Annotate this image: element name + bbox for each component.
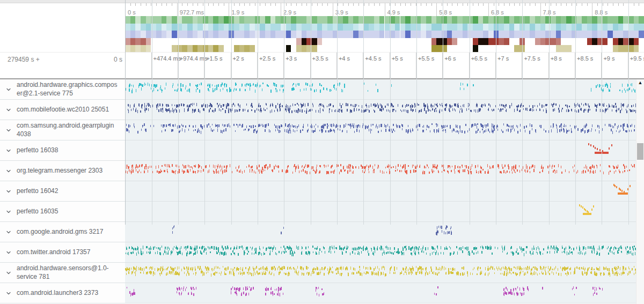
slice-mark[interactable] xyxy=(170,166,170,168)
slice-mark[interactable] xyxy=(239,287,240,290)
slice-mark[interactable] xyxy=(460,273,461,276)
slice-mark[interactable] xyxy=(212,84,213,87)
track-timeline[interactable] xyxy=(125,161,636,181)
slice-mark[interactable] xyxy=(500,104,500,106)
slice-mark[interactable] xyxy=(161,109,162,112)
slice-mark[interactable] xyxy=(334,110,335,112)
slice-mark[interactable] xyxy=(459,248,459,251)
slice-mark[interactable] xyxy=(452,166,452,167)
slice-mark[interactable] xyxy=(629,268,630,270)
slice-mark[interactable] xyxy=(196,246,197,249)
slice-mark[interactable] xyxy=(159,103,160,106)
slice-mark[interactable] xyxy=(609,147,610,150)
slice-mark[interactable] xyxy=(184,166,185,168)
slice-mark[interactable] xyxy=(348,166,349,168)
slice-mark[interactable] xyxy=(613,247,614,250)
slice-mark[interactable] xyxy=(211,273,211,277)
slice-mark[interactable] xyxy=(448,166,448,168)
slice-mark[interactable] xyxy=(346,268,346,270)
slice-mark[interactable] xyxy=(192,167,193,170)
slice-mark[interactable] xyxy=(526,125,527,128)
slice-mark[interactable] xyxy=(555,247,555,250)
slice-mark[interactable] xyxy=(364,272,364,273)
slice-mark[interactable] xyxy=(251,125,252,128)
slice-mark[interactable] xyxy=(136,169,136,172)
slice-mark[interactable] xyxy=(221,105,222,108)
slice-mark[interactable] xyxy=(266,248,267,251)
slice-mark[interactable] xyxy=(618,272,618,275)
slice-mark[interactable] xyxy=(502,164,502,167)
slice-mark[interactable] xyxy=(300,89,301,92)
slice-mark[interactable] xyxy=(195,269,196,271)
slice-mark[interactable] xyxy=(401,110,402,112)
slice-mark[interactable] xyxy=(562,251,562,253)
slice-mark[interactable] xyxy=(523,248,524,251)
slice-mark[interactable] xyxy=(390,271,390,274)
slice-mark[interactable] xyxy=(286,169,287,173)
slice-mark[interactable] xyxy=(507,288,508,291)
slice-mark[interactable] xyxy=(609,90,610,92)
slice-mark[interactable] xyxy=(633,253,633,256)
slice-mark[interactable] xyxy=(303,273,304,276)
slice-mark[interactable] xyxy=(148,103,149,106)
track-header-9[interactable]: com.twitter.android 17357 xyxy=(0,242,125,262)
slice-mark[interactable] xyxy=(254,110,255,113)
slice-mark[interactable] xyxy=(231,108,232,111)
slice-mark[interactable] xyxy=(426,268,426,269)
slice-mark[interactable] xyxy=(405,170,406,173)
slice-mark[interactable] xyxy=(240,109,240,110)
slice-mark[interactable] xyxy=(330,248,331,250)
slice-mark[interactable] xyxy=(221,273,221,276)
slice-mark[interactable] xyxy=(530,123,530,127)
slice-mark[interactable] xyxy=(381,130,382,132)
slice-mark[interactable] xyxy=(633,105,634,107)
slice-mark[interactable] xyxy=(375,164,375,166)
slice-mark[interactable] xyxy=(340,129,340,131)
slice-mark[interactable] xyxy=(205,266,206,268)
slice-mark[interactable] xyxy=(193,287,193,288)
slice-mark[interactable] xyxy=(417,124,418,128)
slice-mark[interactable] xyxy=(287,131,288,133)
slice-mark[interactable] xyxy=(517,286,518,288)
slice-mark[interactable] xyxy=(426,129,427,130)
slice-mark[interactable] xyxy=(595,129,596,131)
slice-mark[interactable] xyxy=(346,251,347,253)
slice-mark[interactable] xyxy=(530,108,531,111)
slice-mark[interactable] xyxy=(209,90,209,92)
slice-mark[interactable] xyxy=(242,84,243,86)
slice-mark[interactable] xyxy=(207,85,208,86)
slice-mark[interactable] xyxy=(138,85,139,88)
slice-mark[interactable] xyxy=(234,287,235,290)
slice-mark[interactable] xyxy=(419,246,420,248)
slice-mark[interactable] xyxy=(614,272,614,275)
slice-mark[interactable] xyxy=(619,273,620,275)
slice-mark[interactable] xyxy=(591,88,591,91)
slice-mark[interactable] xyxy=(270,130,270,132)
slice-mark[interactable] xyxy=(288,247,289,249)
slice-mark[interactable] xyxy=(206,105,206,108)
slice-mark[interactable] xyxy=(382,266,382,270)
slice-mark[interactable] xyxy=(193,293,194,296)
slice-mark[interactable] xyxy=(531,125,532,127)
slice-mark[interactable] xyxy=(143,251,143,254)
slice-mark[interactable] xyxy=(212,110,213,112)
slice-mark[interactable] xyxy=(605,268,606,270)
slice-mark[interactable] xyxy=(226,268,227,271)
slice-mark[interactable] xyxy=(138,103,140,107)
slice-mark[interactable] xyxy=(623,164,624,166)
slice-mark[interactable] xyxy=(335,125,336,128)
slice-mark[interactable] xyxy=(174,109,174,112)
slice-mark[interactable] xyxy=(467,273,468,277)
slice-mark[interactable] xyxy=(454,108,455,110)
slice-mark[interactable] xyxy=(132,88,133,91)
slice-mark[interactable] xyxy=(384,172,384,174)
slice-mark[interactable] xyxy=(558,268,558,270)
slice-mark[interactable] xyxy=(201,131,201,134)
slice-mark[interactable] xyxy=(250,170,250,173)
slice-mark[interactable] xyxy=(469,253,470,256)
slice-mark[interactable] xyxy=(593,205,594,207)
slice-mark[interactable] xyxy=(524,273,525,276)
slice-mark[interactable] xyxy=(408,105,408,106)
slice-mark[interactable] xyxy=(494,272,495,274)
slice-mark[interactable] xyxy=(627,253,627,255)
